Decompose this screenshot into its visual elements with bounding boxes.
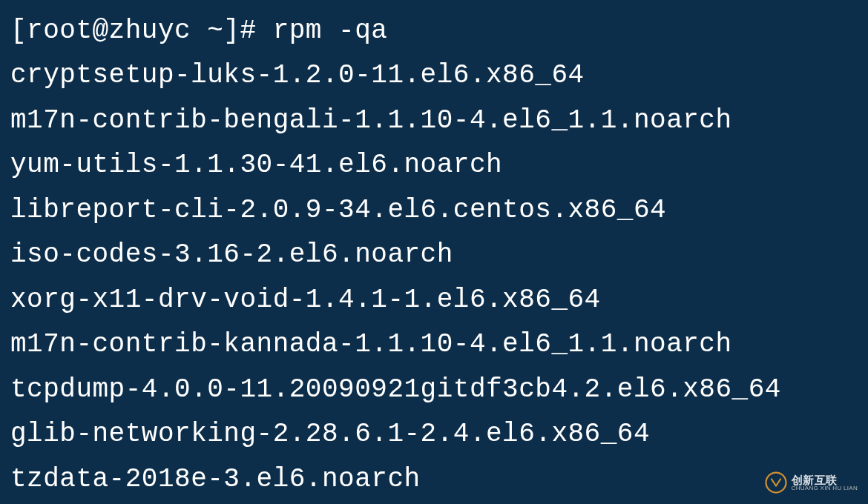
terminal-output-line: m17n-contrib-kannada-1.1.10-4.el6_1.1.no… — [10, 322, 858, 367]
terminal-output-line: tcpdump-4.0.0-11.20090921gitdf3cb4.2.el6… — [10, 368, 858, 412]
terminal-output-line: libreport-cli-2.0.9-34.el6.centos.x86_64 — [10, 188, 858, 233]
watermark-text: 创新互联 CHUANG XIN HU LIAN — [792, 474, 858, 491]
watermark: 创新互联 CHUANG XIN HU LIAN — [765, 471, 858, 494]
watermark-cn-text: 创新互联 — [792, 474, 858, 485]
watermark-logo-icon — [765, 471, 787, 494]
terminal-output-line: glib-networking-2.28.6.1-2.4.el6.x86_64 — [10, 412, 858, 457]
terminal-prompt: [root@zhuyc ~]# — [10, 16, 273, 46]
terminal-output-line: m17n-contrib-bengali-1.1.10-4.el6_1.1.no… — [10, 99, 858, 143]
terminal-output-line: tzdata-2018e-3.el6.noarch — [10, 457, 858, 502]
terminal-command-line: [root@zhuyc ~]# rpm -qa — [10, 9, 858, 53]
terminal-output-line: yum-utils-1.1.30-41.el6.noarch — [10, 143, 858, 188]
terminal-output-line: iso-codes-3.16-2.el6.noarch — [10, 233, 858, 277]
watermark-en-text: CHUANG XIN HU LIAN — [792, 485, 858, 491]
terminal-command: rpm -qa — [273, 16, 388, 46]
svg-point-0 — [766, 473, 786, 493]
terminal-output-line: cryptsetup-luks-1.2.0-11.el6.x86_64 — [10, 53, 858, 98]
terminal-output-line: xorg-x11-drv-void-1.4.1-1.el6.x86_64 — [10, 278, 858, 322]
